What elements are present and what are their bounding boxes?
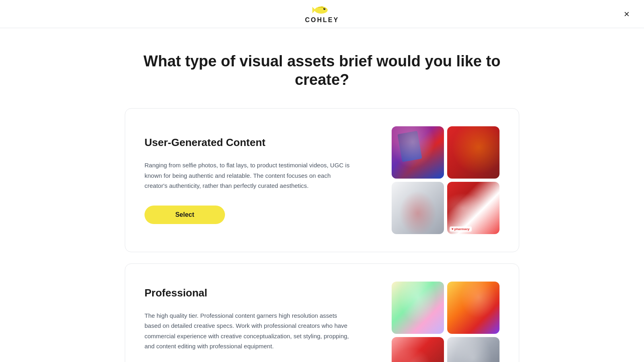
ugc-card: User-Generated Content Ranging from self… <box>125 108 519 252</box>
professional-image-3: ♥ CVS <box>392 337 444 362</box>
ugc-card-description: Ranging from selfie photos, to flat lays… <box>144 160 354 191</box>
professional-image-4 <box>447 337 500 362</box>
fish-icon <box>312 4 332 16</box>
cvs-pharmacy-label: ♥ pharmacy <box>450 226 472 232</box>
professional-image-grid: ♥ CVS <box>392 282 500 362</box>
ugc-image-grid: ♥ pharmacy <box>392 126 500 234</box>
ugc-image-1 <box>392 126 444 179</box>
professional-card: Professional The high quality tier. Prof… <box>125 263 519 362</box>
page-title: What type of visual assets brief would y… <box>125 52 519 89</box>
logo: COHLEY <box>305 4 339 24</box>
ugc-card-title: User-Generated Content <box>144 136 354 149</box>
professional-card-title: Professional <box>144 287 354 299</box>
close-button[interactable]: × <box>622 8 631 21</box>
professional-image-1 <box>392 282 444 334</box>
main-content: What type of visual assets brief would y… <box>109 28 535 362</box>
ugc-select-button[interactable]: Select <box>144 206 225 224</box>
professional-image-2 <box>447 282 500 334</box>
header: COHLEY × <box>0 0 644 28</box>
logo-text: COHLEY <box>305 16 339 24</box>
professional-card-description: The high quality tier. Professional cont… <box>144 311 354 352</box>
professional-card-left: Professional The high quality tier. Prof… <box>144 287 370 362</box>
ugc-image-2 <box>447 126 500 179</box>
ugc-image-4: ♥ pharmacy <box>447 182 500 234</box>
ugc-card-left: User-Generated Content Ranging from self… <box>144 136 370 224</box>
ugc-image-3 <box>392 182 444 234</box>
